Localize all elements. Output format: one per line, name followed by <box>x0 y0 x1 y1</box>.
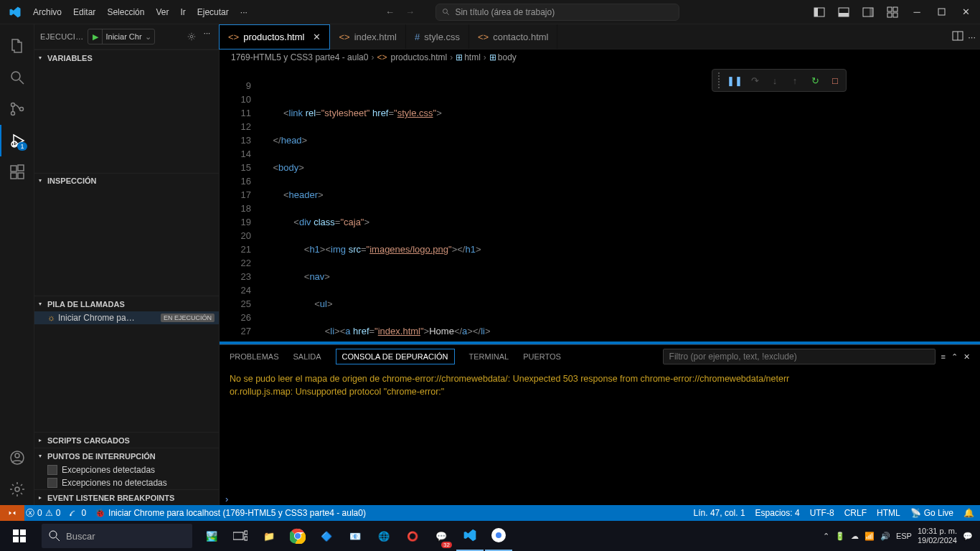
panel-resize-handle[interactable] <box>220 342 980 344</box>
menu-view[interactable]: Ver <box>150 4 174 20</box>
task-view-icon[interactable] <box>227 521 254 551</box>
breadcrumb[interactable]: 1769-HTML5 y CSS3 parte4 - aula0› <>prod… <box>220 50 980 65</box>
tray-onedrive-icon[interactable]: ☁ <box>851 532 859 541</box>
clear-console-icon[interactable]: ≡ <box>941 352 946 361</box>
layout-toggle-1[interactable] <box>808 2 831 22</box>
section-watch[interactable]: INSPECCIÓN <box>34 173 219 189</box>
maximize-panel-icon[interactable]: ⌃ <box>951 352 958 362</box>
status-cursor[interactable]: Lín. 47, col. 1 <box>694 508 745 518</box>
status-spaces[interactable]: Espacios: 4 <box>755 508 800 518</box>
taskbar-explorer[interactable]: 📁 <box>255 521 283 551</box>
start-button[interactable] <box>3 521 36 551</box>
taskbar-outlook[interactable]: 📧 <box>341 521 369 551</box>
debug-toolbar[interactable]: ❚❚ ↷ ↓ ↑ ↻ □ <box>712 69 847 92</box>
launch-config[interactable]: ▶ Iniciar Chr⌄ <box>88 29 154 44</box>
callstack-item[interactable]: ☼ Iniciar Chrome pa… EN EJECUCIÓN <box>34 311 219 324</box>
section-callstack[interactable]: PILA DE LLAMADAS <box>34 296 219 311</box>
tray-chevron-icon[interactable]: ⌃ <box>823 532 829 541</box>
tab-contacto[interactable]: <>contacto.html <box>469 24 558 49</box>
tab-index[interactable]: <>index.html <box>330 24 405 49</box>
step-out-button[interactable]: ↑ <box>787 72 803 88</box>
status-eol[interactable]: CRLF <box>844 508 867 518</box>
window-minimize[interactable]: ─ <box>905 2 928 22</box>
menu-more[interactable]: ··· <box>235 4 253 20</box>
panel-tab-terminal[interactable]: TERMINAL <box>469 349 509 364</box>
close-icon[interactable]: ✕ <box>313 32 321 42</box>
split-editor-icon[interactable] <box>952 30 963 44</box>
window-close[interactable]: ✕ <box>954 2 977 22</box>
tray-notifications-icon[interactable]: 💬 <box>963 532 973 541</box>
start-debug-button[interactable]: ▶ <box>88 29 103 44</box>
status-errors[interactable]: ⓧ 0 ⚠ 0 <box>26 507 60 519</box>
tray-wifi-icon[interactable]: 📶 <box>864 532 875 541</box>
remote-indicator[interactable] <box>6 508 17 518</box>
status-radio[interactable]: 0 <box>69 508 86 518</box>
close-panel-icon[interactable]: ✕ <box>963 352 970 362</box>
system-tray[interactable]: ⌃ 🔋 ☁ 📶 🔊 ESP 10:31 p. m.19/02/2024 💬 <box>823 527 977 545</box>
taskbar-opera[interactable]: ⭕ <box>399 521 426 551</box>
status-encoding[interactable]: UTF-8 <box>810 508 834 518</box>
svg-point-24 <box>15 453 19 458</box>
taskbar-chrome2[interactable] <box>485 521 512 551</box>
stop-button[interactable]: □ <box>827 72 843 88</box>
filter-input[interactable] <box>663 349 936 364</box>
step-over-button[interactable]: ↷ <box>747 72 763 88</box>
status-golive[interactable]: 📡 Go Live <box>910 508 953 518</box>
more-actions-icon[interactable]: ··· <box>968 32 976 42</box>
status-launch[interactable]: 🐞 Iniciar Chrome para localhost (1769-HT… <box>95 508 366 518</box>
section-event-listeners[interactable]: EVENT LISTENER BREAKPOINTS <box>34 489 219 505</box>
section-variables[interactable]: VARIABLES <box>34 50 219 65</box>
menu-run[interactable]: Ejecutar <box>192 4 235 20</box>
taskbar-app1[interactable]: 🔷 <box>313 521 340 551</box>
command-center[interactable]: Sin título (área de trabajo) <box>435 4 679 21</box>
section-loaded-scripts[interactable]: SCRIPTS CARGADOS <box>34 432 219 448</box>
menu-file[interactable]: Archivo <box>27 4 67 20</box>
pause-button[interactable]: ❚❚ <box>727 72 743 88</box>
section-breakpoints[interactable]: PUNTOS DE INTERRUPCIÓN <box>34 448 219 463</box>
tray-language[interactable]: ESP <box>896 532 912 540</box>
window-maximize[interactable] <box>930 2 953 22</box>
more-icon[interactable]: ··· <box>201 29 213 44</box>
taskbar-whatsapp[interactable]: 💬32 <box>428 521 455 551</box>
svg-point-26 <box>190 35 193 38</box>
tray-battery-icon[interactable]: 🔋 <box>835 532 845 541</box>
taskbar-chrome[interactable] <box>284 521 311 551</box>
tab-style[interactable]: #style.css <box>406 24 469 49</box>
debug-console-output[interactable]: No se pudo leer el mapa de origen de chr… <box>220 368 980 505</box>
menu-go[interactable]: Ir <box>174 4 191 20</box>
layout-toggle-3[interactable] <box>857 2 880 22</box>
bp-caught[interactable]: Excepciones detectadas <box>34 463 219 476</box>
status-bell[interactable]: 🔔 <box>963 508 974 518</box>
activity-explorer[interactable] <box>0 30 34 62</box>
gear-icon[interactable] <box>184 29 199 44</box>
status-language[interactable]: HTML <box>877 508 900 518</box>
restart-button[interactable]: ↻ <box>807 72 823 88</box>
activity-account[interactable] <box>0 442 34 474</box>
nav-back[interactable]: ← <box>381 4 398 21</box>
taskbar-weather[interactable]: 🏞️ <box>198 521 225 551</box>
tray-clock[interactable]: 10:31 p. m.19/02/2024 <box>918 527 957 545</box>
tab-productos[interactable]: <>productos.html✕ <box>220 24 330 49</box>
taskbar-vscode[interactable] <box>456 521 484 551</box>
taskbar-search[interactable]: Buscar <box>42 524 192 548</box>
layout-customize[interactable] <box>881 2 904 22</box>
activity-scm[interactable] <box>0 93 34 125</box>
activity-extensions[interactable] <box>0 156 34 188</box>
drag-handle-icon[interactable] <box>715 72 722 88</box>
menu-edit[interactable]: Editar <box>67 4 101 20</box>
panel-tab-problems[interactable]: PROBLEMAS <box>230 349 278 364</box>
activity-debug[interactable]: 1 <box>0 125 34 156</box>
panel-tab-ports[interactable]: PUERTOS <box>523 349 561 364</box>
activity-search[interactable] <box>0 62 34 93</box>
bp-uncaught[interactable]: Excepciones no detectadas <box>34 476 219 489</box>
panel-tab-debug-console[interactable]: CONSOLA DE DEPURACIÓN <box>336 349 455 364</box>
nav-forward[interactable]: → <box>401 4 418 21</box>
taskbar-edge[interactable]: 🌐 <box>370 521 397 551</box>
activity-settings[interactable] <box>0 474 34 505</box>
layout-toggle-2[interactable] <box>832 2 855 22</box>
step-into-button[interactable]: ↓ <box>767 72 783 88</box>
debug-console-input[interactable]: › <box>220 492 980 505</box>
panel-tab-output[interactable]: SALIDA <box>293 349 321 364</box>
tray-volume-icon[interactable]: 🔊 <box>880 532 890 541</box>
menu-selection[interactable]: Selección <box>101 4 150 20</box>
